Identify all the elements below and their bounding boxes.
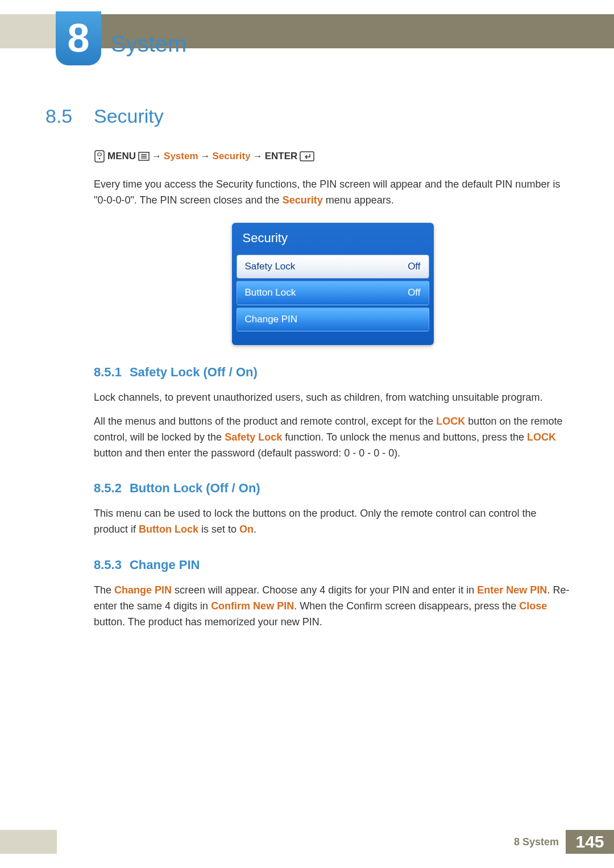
- nav-system: System: [164, 151, 198, 162]
- nav-arrow: →: [152, 151, 161, 162]
- subsection-button-lock: 8.5.2Button Lock (Off / On) This menu ca…: [94, 481, 571, 538]
- subsection-title: Button Lock (Off / On): [130, 481, 260, 495]
- text: screen will appear. Choose any 4 digits …: [172, 584, 477, 596]
- footer-page-number: 145: [566, 830, 614, 854]
- svg-rect-0: [95, 151, 104, 162]
- menu-icon: [138, 152, 150, 161]
- nav-arrow: →: [253, 151, 263, 162]
- subsection-title: Change PIN: [130, 558, 200, 572]
- subsection-number: 8.5.1: [94, 365, 122, 379]
- section-heading: 8.5 Security: [45, 105, 571, 127]
- chapter-title: System: [111, 31, 186, 57]
- menu-row-value: Off: [408, 259, 420, 274]
- menu-row-label: Safety Lock: [245, 259, 296, 274]
- security-menu-panel: Security Safety Lock Off Button Lock Off…: [232, 223, 434, 345]
- text-highlight: Button Lock: [139, 524, 198, 535]
- paragraph: This menu can be used to lock the button…: [94, 506, 571, 538]
- text-highlight: Close: [519, 600, 547, 612]
- subsection-heading: 8.5.2Button Lock (Off / On): [94, 481, 571, 496]
- text: button. The product has memorized your n…: [94, 616, 322, 628]
- subsection-title: Safety Lock (Off / On): [130, 365, 258, 379]
- subsection-number: 8.5.3: [94, 558, 122, 572]
- paragraph: All the menus and buttons of the product…: [94, 414, 571, 462]
- remote-icon: [94, 150, 105, 163]
- text: is set to: [198, 524, 239, 535]
- text-highlight: LOCK: [527, 431, 556, 443]
- enter-icon: [300, 151, 314, 161]
- nav-enter-label: ENTER: [265, 151, 298, 162]
- nav-arrow: →: [201, 151, 210, 162]
- text: The: [94, 584, 114, 596]
- section-number: 8.5: [45, 105, 94, 127]
- menu-row-change-pin[interactable]: Change PIN: [237, 308, 429, 331]
- text: . When the Confirm screen disappears, pr…: [294, 600, 519, 612]
- text: button and then enter the password (defa…: [94, 447, 400, 459]
- intro-paragraph: Every time you access the Security funct…: [94, 177, 571, 209]
- menu-row-safety-lock[interactable]: Safety Lock Off: [237, 255, 429, 279]
- menu-row-value: Off: [408, 285, 420, 300]
- paragraph: The Change PIN screen will appear. Choos…: [94, 583, 571, 630]
- text: function. To unlock the menus and button…: [282, 431, 527, 443]
- footer-accent-left: [0, 830, 57, 854]
- svg-rect-7: [300, 152, 314, 161]
- menu-panel-title: Security: [235, 223, 431, 252]
- svg-rect-1: [98, 153, 101, 156]
- menu-row-label: Button Lock: [245, 285, 296, 300]
- text: menu appears.: [323, 194, 394, 206]
- subsection-change-pin: 8.5.3Change PIN The Change PIN screen wi…: [94, 558, 571, 630]
- page-footer: 8 System 145: [0, 830, 614, 854]
- subsection-safety-lock: 8.5.1Safety Lock (Off / On) Lock channel…: [94, 365, 571, 462]
- text-highlight: LOCK: [436, 416, 465, 427]
- subsection-heading: 8.5.3Change PIN: [94, 558, 571, 572]
- menu-row-label: Change PIN: [245, 312, 298, 327]
- page-header-bar: 8 System: [0, 14, 614, 48]
- nav-menu-label: MENU: [107, 151, 136, 162]
- menu-panel-wrapper: Security Safety Lock Off Button Lock Off…: [94, 223, 571, 345]
- footer-chapter-label: 8 System: [57, 830, 566, 854]
- text-highlight: Security: [283, 194, 323, 206]
- paragraph: Lock channels, to prevent unauthorized u…: [94, 390, 571, 406]
- nav-path: MENU → System → Security → ENTER: [94, 150, 571, 163]
- text-highlight: Change PIN: [114, 584, 172, 596]
- chapter-number-tab: 8: [56, 11, 101, 65]
- text-highlight: Enter New PIN: [477, 584, 547, 596]
- subsection-number: 8.5.2: [94, 481, 122, 495]
- text-highlight: On: [239, 524, 254, 535]
- nav-security: Security: [213, 151, 251, 162]
- section-title: Security: [94, 105, 164, 127]
- text: All the menus and buttons of the product…: [94, 416, 436, 427]
- text-highlight: Confirm New PIN: [211, 600, 294, 612]
- page-content: 8.5 Security MENU → System → Security → …: [45, 105, 571, 638]
- header-accent-left: [0, 14, 57, 48]
- text: .: [254, 524, 256, 535]
- text-highlight: Safety Lock: [225, 431, 282, 443]
- svg-point-2: [99, 158, 101, 160]
- menu-row-button-lock[interactable]: Button Lock Off: [237, 281, 429, 305]
- subsection-heading: 8.5.1Safety Lock (Off / On): [94, 365, 571, 380]
